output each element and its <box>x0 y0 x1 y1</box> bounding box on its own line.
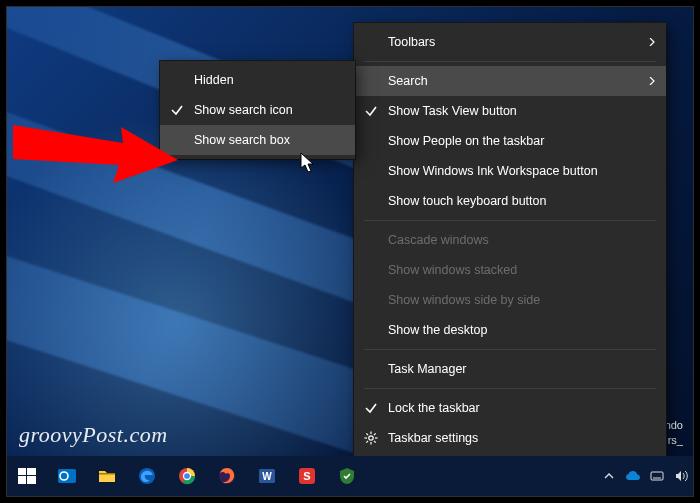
edge-icon <box>137 466 157 486</box>
shield-icon <box>337 466 357 486</box>
search-submenu: Hidden Show search icon Show search box <box>160 61 355 159</box>
menu-label: Show windows stacked <box>388 263 517 277</box>
svg-text:W: W <box>262 471 272 482</box>
taskbar-app-shield[interactable] <box>327 456 367 496</box>
taskbar-app-word[interactable]: W <box>247 456 287 496</box>
svg-line-8 <box>374 433 376 435</box>
svg-rect-16 <box>99 473 115 475</box>
taskbar-app-explorer[interactable] <box>87 456 127 496</box>
snagit-icon: S <box>297 466 317 486</box>
menu-label: Show Task View button <box>388 104 517 118</box>
submenu-item-hidden[interactable]: Hidden <box>160 65 355 95</box>
menu-item-show-desktop[interactable]: Show the desktop <box>354 315 666 345</box>
watermark-text: groovyPost.com <box>19 422 168 448</box>
svg-rect-11 <box>27 468 36 475</box>
tray-input-icon[interactable] <box>645 456 669 496</box>
check-icon <box>364 401 378 415</box>
mouse-cursor-icon <box>300 152 316 174</box>
menu-separator <box>364 220 656 221</box>
svg-line-9 <box>366 441 368 443</box>
submenu-item-show-search-icon[interactable]: Show search icon <box>160 95 355 125</box>
windows-logo-icon <box>17 466 37 486</box>
keyboard-icon <box>650 469 664 483</box>
menu-item-side-by-side: Show windows side by side <box>354 285 666 315</box>
menu-item-show-task-view[interactable]: Show Task View button <box>354 96 666 126</box>
cloud-icon <box>625 470 641 482</box>
menu-separator <box>364 349 656 350</box>
svg-rect-13 <box>27 476 36 484</box>
menu-label: Show search icon <box>194 103 293 117</box>
tray-onedrive-icon[interactable] <box>621 456 645 496</box>
menu-label: Show Windows Ink Workspace button <box>388 164 598 178</box>
tray-overflow-button[interactable] <box>597 456 621 496</box>
menu-item-taskbar-settings[interactable]: Taskbar settings <box>354 423 666 453</box>
taskbar-app-edge[interactable] <box>127 456 167 496</box>
taskbar[interactable]: W S <box>7 456 693 496</box>
menu-label: Search <box>388 74 428 88</box>
svg-rect-25 <box>651 472 663 480</box>
chevron-right-icon <box>648 38 656 46</box>
svg-text:S: S <box>303 470 310 482</box>
desktop[interactable]: groovyPost.com Windo 17686.rs_ Toolbars … <box>6 6 694 497</box>
menu-label: Cascade windows <box>388 233 489 247</box>
taskbar-context-menu: Toolbars Search Show Task View button Sh… <box>354 23 666 457</box>
check-icon <box>364 104 378 118</box>
menu-label: Show search box <box>194 133 290 147</box>
outlook-icon <box>57 466 77 486</box>
menu-item-lock-taskbar[interactable]: Lock the taskbar <box>354 393 666 423</box>
menu-item-show-ink[interactable]: Show Windows Ink Workspace button <box>354 156 666 186</box>
tray-volume-icon[interactable] <box>669 456 693 496</box>
menu-item-show-people[interactable]: Show People on the taskbar <box>354 126 666 156</box>
svg-point-1 <box>369 436 373 440</box>
firefox-icon <box>217 466 237 486</box>
menu-item-cascade: Cascade windows <box>354 225 666 255</box>
menu-label: Toolbars <box>388 35 435 49</box>
menu-label: Task Manager <box>388 362 467 376</box>
menu-label: Lock the taskbar <box>388 401 480 415</box>
menu-label: Hidden <box>194 73 234 87</box>
taskbar-app-snagit[interactable]: S <box>287 456 327 496</box>
system-tray[interactable] <box>597 456 693 496</box>
menu-item-toolbars[interactable]: Toolbars <box>354 27 666 57</box>
start-button[interactable] <box>7 456 47 496</box>
svg-line-7 <box>374 441 376 443</box>
menu-separator <box>364 61 656 62</box>
word-icon: W <box>257 466 277 486</box>
menu-item-task-manager[interactable]: Task Manager <box>354 354 666 384</box>
menu-label: Show touch keyboard button <box>388 194 546 208</box>
taskbar-app-chrome[interactable] <box>167 456 207 496</box>
gear-icon <box>364 431 378 445</box>
svg-line-6 <box>366 433 368 435</box>
menu-item-show-touch-keyboard[interactable]: Show touch keyboard button <box>354 186 666 216</box>
check-icon <box>170 103 184 117</box>
chrome-icon <box>177 466 197 486</box>
taskbar-app-outlook[interactable] <box>47 456 87 496</box>
file-explorer-icon <box>97 466 117 486</box>
svg-point-19 <box>184 473 191 480</box>
submenu-item-show-search-box[interactable]: Show search box <box>160 125 355 155</box>
menu-label: Show the desktop <box>388 323 487 337</box>
menu-label: Show windows side by side <box>388 293 540 307</box>
svg-rect-10 <box>18 468 26 475</box>
chevron-right-icon <box>648 77 656 85</box>
menu-item-stacked: Show windows stacked <box>354 255 666 285</box>
menu-separator <box>364 388 656 389</box>
svg-rect-12 <box>18 476 26 484</box>
menu-label: Taskbar settings <box>388 431 478 445</box>
menu-label: Show People on the taskbar <box>388 134 544 148</box>
taskbar-app-firefox[interactable] <box>207 456 247 496</box>
menu-item-search[interactable]: Search <box>354 66 666 96</box>
speaker-icon <box>674 469 688 483</box>
chevron-up-icon <box>604 471 614 481</box>
